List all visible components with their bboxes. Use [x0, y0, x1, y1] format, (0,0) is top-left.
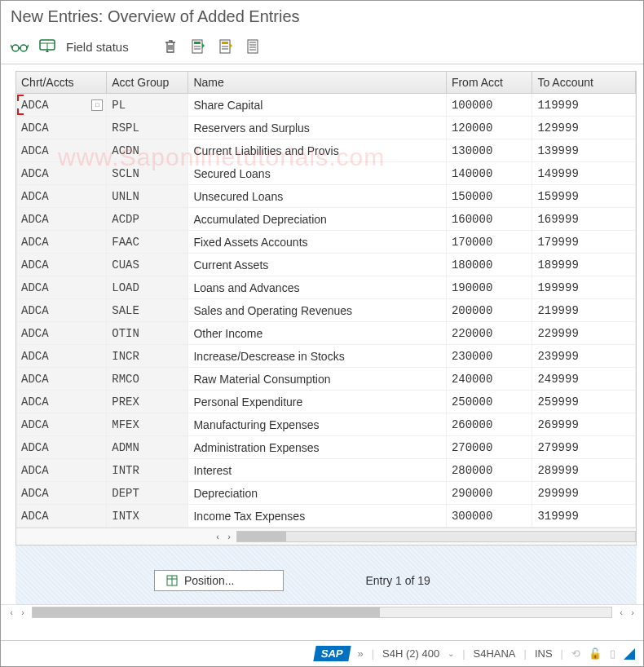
- name-cell[interactable]: Raw Material Consumption: [188, 368, 446, 391]
- field-status-icon[interactable]: [38, 38, 56, 55]
- grp-cell[interactable]: ADMN: [107, 436, 188, 459]
- to-cell[interactable]: 249999: [532, 368, 636, 391]
- from-cell[interactable]: 290000: [446, 482, 532, 505]
- select-all-icon[interactable]: [189, 38, 207, 55]
- from-cell[interactable]: 250000: [446, 391, 532, 413]
- grp-cell[interactable]: DEPT: [107, 482, 188, 505]
- grp-cell[interactable]: OTIN: [107, 322, 188, 345]
- chrt-cell[interactable]: ADCA: [16, 505, 107, 528]
- scroll-thumb[interactable]: [237, 532, 286, 541]
- name-cell[interactable]: Increase/Descrease in Stocks: [188, 345, 446, 368]
- from-cell[interactable]: 100000: [446, 94, 532, 117]
- from-cell[interactable]: 280000: [446, 459, 532, 482]
- table-row[interactable]: ADCAUNLNUnsecured Loans150000159999: [16, 185, 636, 208]
- to-cell[interactable]: 289999: [532, 459, 636, 482]
- chrt-cell[interactable]: ADCA: [16, 117, 107, 139]
- to-cell[interactable]: 149999: [532, 162, 636, 185]
- chrt-cell[interactable]: ADCA: [16, 413, 107, 436]
- select-block-icon[interactable]: [217, 38, 235, 55]
- name-cell[interactable]: Manufacturing Expenses: [188, 413, 446, 436]
- table-row[interactable]: ADCA☐PLShare Capital100000119999: [16, 94, 636, 117]
- name-cell[interactable]: Unsecured Loans: [188, 185, 446, 208]
- col-header-from[interactable]: From Acct: [446, 72, 532, 94]
- name-cell[interactable]: Administration Expenses: [188, 436, 446, 459]
- chrt-cell[interactable]: ADCA: [16, 185, 107, 208]
- table-row[interactable]: ADCARMCORaw Material Consumption24000024…: [16, 368, 636, 391]
- name-cell[interactable]: Other Income: [188, 322, 446, 345]
- outer-scroll-right-icon[interactable]: ›: [17, 607, 29, 617]
- expand-icon[interactable]: »: [357, 647, 363, 660]
- value-help-icon[interactable]: ☐: [91, 99, 103, 111]
- from-cell[interactable]: 220000: [446, 322, 532, 345]
- grp-cell[interactable]: INTR: [107, 459, 188, 482]
- grp-cell[interactable]: SALE: [107, 299, 188, 322]
- table-horizontal-scrollbar[interactable]: ‹ ›: [16, 528, 636, 545]
- to-cell[interactable]: 229999: [532, 322, 636, 345]
- from-cell[interactable]: 180000: [446, 254, 532, 276]
- grp-cell[interactable]: CUAS: [107, 254, 188, 276]
- from-cell[interactable]: 120000: [446, 117, 532, 139]
- table-row[interactable]: ADCASCLNSecured Loans140000149999: [16, 162, 636, 185]
- chrt-cell[interactable]: ADCA: [16, 459, 107, 482]
- grp-cell[interactable]: LOAD: [107, 276, 188, 299]
- chrt-cell[interactable]: ADCA: [16, 482, 107, 505]
- from-cell[interactable]: 170000: [446, 231, 532, 254]
- refresh-icon[interactable]: ⟲: [571, 647, 580, 660]
- from-cell[interactable]: 300000: [446, 505, 532, 528]
- table-row[interactable]: ADCAADMNAdministration Expenses270000279…: [16, 436, 636, 459]
- outer-scroll-thumb[interactable]: [33, 607, 380, 617]
- name-cell[interactable]: Accumulated Depreciation: [188, 208, 446, 231]
- window-horizontal-scrollbar[interactable]: ‹ › ‹ ›: [1, 604, 643, 620]
- grp-cell[interactable]: PREX: [107, 391, 188, 413]
- grp-cell[interactable]: SCLN: [107, 162, 188, 185]
- name-cell[interactable]: Interest: [188, 459, 446, 482]
- name-cell[interactable]: Reservers and Surplus: [188, 117, 446, 139]
- from-cell[interactable]: 230000: [446, 345, 532, 368]
- name-cell[interactable]: Fixed Assets Accounts: [188, 231, 446, 254]
- chrt-cell[interactable]: ADCA: [16, 231, 107, 254]
- chrt-cell[interactable]: ADCA: [16, 276, 107, 299]
- deselect-all-icon[interactable]: [245, 38, 262, 55]
- from-cell[interactable]: 240000: [446, 368, 532, 391]
- col-header-name[interactable]: Name: [188, 72, 446, 94]
- grp-cell[interactable]: RMCO: [107, 368, 188, 391]
- grp-cell[interactable]: INCR: [107, 345, 188, 368]
- name-cell[interactable]: Current Assets: [188, 254, 446, 276]
- chrt-cell[interactable]: ADCA: [16, 345, 107, 368]
- scroll-track[interactable]: [236, 531, 636, 542]
- name-cell[interactable]: Current Liabilities and Provis: [188, 139, 446, 162]
- to-cell[interactable]: 199999: [532, 276, 636, 299]
- name-cell[interactable]: Income Tax Expenses: [188, 505, 446, 528]
- scroll-left-icon[interactable]: ‹: [212, 530, 223, 543]
- chrt-cell[interactable]: ADCA: [16, 208, 107, 231]
- table-row[interactable]: ADCAINTXIncome Tax Expenses300000319999: [16, 505, 636, 528]
- to-cell[interactable]: 279999: [532, 436, 636, 459]
- outer-scroll-right2-icon[interactable]: ›: [627, 607, 638, 617]
- delete-icon[interactable]: [161, 38, 179, 55]
- to-cell[interactable]: 259999: [532, 391, 636, 413]
- table-row[interactable]: ADCAMFEXManufacturing Expenses2600002699…: [16, 413, 636, 436]
- grp-cell[interactable]: ACDN: [107, 139, 188, 162]
- chrt-cell[interactable]: ADCA: [16, 254, 107, 276]
- chevron-down-icon[interactable]: ⌄: [448, 649, 454, 658]
- table-row[interactable]: ADCASALESales and Operating Revenues2000…: [16, 299, 636, 322]
- to-cell[interactable]: 179999: [532, 231, 636, 254]
- col-header-to[interactable]: To Account: [532, 72, 636, 94]
- grp-cell[interactable]: FAAC: [107, 231, 188, 254]
- grp-cell[interactable]: PL: [107, 94, 188, 117]
- table-row[interactable]: ADCALOADLoans and Advances190000199999: [16, 276, 636, 299]
- grp-cell[interactable]: INTX: [107, 505, 188, 528]
- from-cell[interactable]: 130000: [446, 139, 532, 162]
- field-status-label[interactable]: Field status: [66, 40, 129, 54]
- from-cell[interactable]: 160000: [446, 208, 532, 231]
- grp-cell[interactable]: UNLN: [107, 185, 188, 208]
- grp-cell[interactable]: RSPL: [107, 117, 188, 139]
- to-cell[interactable]: 159999: [532, 185, 636, 208]
- from-cell[interactable]: 260000: [446, 413, 532, 436]
- chrt-cell[interactable]: ADCA: [16, 436, 107, 459]
- table-row[interactable]: ADCADEPTDepreciation290000299999: [16, 482, 636, 505]
- from-cell[interactable]: 200000: [446, 299, 532, 322]
- name-cell[interactable]: Share Capital: [188, 94, 446, 117]
- to-cell[interactable]: 239999: [532, 345, 636, 368]
- table-row[interactable]: ADCACUASCurrent Assets180000189999: [16, 254, 636, 276]
